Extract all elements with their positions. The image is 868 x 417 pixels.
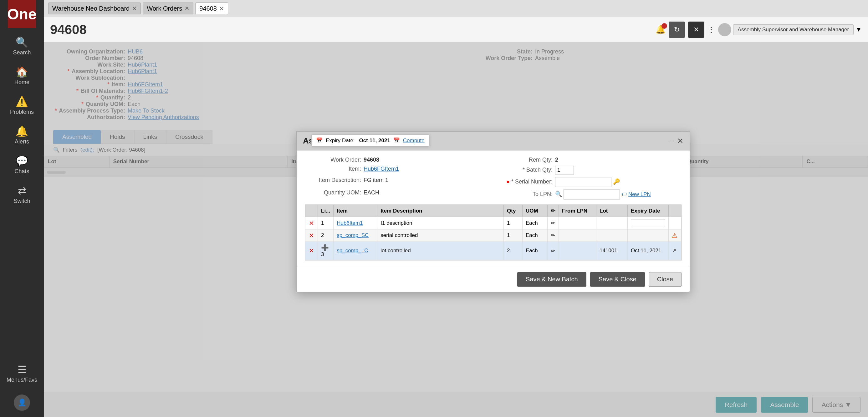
key-icon[interactable]: 🔑 (613, 178, 620, 185)
menu-dots-button[interactable]: ⋮ (708, 25, 715, 34)
app-logo[interactable]: One (8, 0, 36, 28)
sidebar-item-label: Alerts (15, 138, 29, 145)
calendar-icon2[interactable]: 📅 (393, 137, 400, 144)
sidebar-item-switch[interactable]: ⇄ Switch (0, 180, 44, 209)
home-icon: 🏠 (16, 66, 28, 78)
modal-qty-uom-value: EACH (364, 189, 379, 196)
modal-rem-qty-value: 2 (555, 157, 558, 163)
modal-item-desc-value: FG item 1 (364, 177, 388, 183)
modal-rem-qty-label: Rem Qty: (496, 157, 553, 163)
col-header-edit: ✏ (548, 205, 559, 217)
close-page-button[interactable]: ✕ (688, 22, 704, 38)
modal-batch-qty-row: * Batch Qty: (496, 166, 682, 174)
tab-wo94608-label: 94608 (199, 5, 217, 12)
role-dropdown-arrow[interactable]: ▼ (856, 26, 862, 33)
row3-edit[interactable]: ✏ (548, 242, 559, 260)
save-close-button[interactable]: Save & Close (590, 272, 645, 287)
sidebar-item-label: Search (13, 49, 31, 56)
modal-close-footer-button[interactable]: Close (649, 272, 682, 287)
tab-dashboard[interactable]: Warehouse Neo Dashboard ✕ (48, 2, 141, 14)
tab-wo94608-close[interactable]: ✕ (219, 5, 224, 12)
row2-warning: ⚠ (669, 230, 681, 242)
col-header-action2 (669, 205, 681, 217)
batch-qty-input[interactable] (555, 166, 574, 174)
row3-uom: Each (523, 242, 548, 260)
row1-expiry-input[interactable] (631, 219, 665, 227)
modal-lpn-row: To LPN: 🔍 🏷 New LPN (496, 189, 682, 200)
modal-serial-row: ● * Serial Number: 🔑 (496, 177, 682, 187)
search-icon: 🔍 (16, 36, 28, 48)
page-title: 94608 (50, 22, 655, 37)
tab-workorders-close[interactable]: ✕ (185, 5, 189, 12)
expiry-date-tooltip: 📅 Expiry Date: Oct 11, 2021 📅 Compute (311, 134, 429, 147)
switch-icon: ⇄ (18, 185, 26, 197)
notification-icon[interactable]: 🔔 (655, 25, 665, 34)
modal-footer: Save & New Batch Save & Close Close (297, 267, 690, 292)
sidebar-item-search[interactable]: 🔍 Search (0, 31, 44, 61)
row1-delete[interactable]: ✕ (305, 217, 318, 230)
tab-wo94608[interactable]: 94608 ✕ (195, 2, 228, 14)
row1-item[interactable]: Hub6Item1 (334, 217, 377, 230)
sidebar-item-menus[interactable]: ☰ Menus/Favs (0, 358, 44, 388)
modal-controls: − ✕ (670, 137, 683, 145)
row3-external[interactable]: ↗ (669, 242, 681, 260)
modal-batch-qty-label: * Batch Qty: (496, 167, 553, 173)
row1-expiry (628, 217, 669, 230)
row2-delete[interactable]: ✕ (305, 230, 318, 242)
tab-dashboard-label: Warehouse Neo Dashboard (52, 5, 129, 12)
modal-components-table: Li... Item Item Description Qty UOM ✏ Fr… (305, 205, 681, 260)
modal-rem-qty-row: Rem Qty: 2 (496, 157, 682, 163)
to-lpn-input[interactable] (563, 189, 620, 200)
modal-minimize-button[interactable]: − (670, 137, 674, 145)
save-new-batch-button[interactable]: Save & New Batch (517, 272, 586, 287)
user-avatar-small (718, 23, 731, 36)
notification-badge (661, 23, 667, 29)
warning-icon: ⚠️ (16, 96, 28, 108)
row3-lot: 141001 (596, 242, 628, 260)
compute-link[interactable]: Compute (403, 138, 425, 144)
serial-number-input[interactable] (555, 177, 612, 187)
row2-edit[interactable]: ✏ (548, 230, 559, 242)
modal-item-label: Item: (305, 166, 361, 172)
modal-batch-qty-value (555, 166, 574, 174)
table-row: ✕ 1 Hub6Item1 I1 description 1 Each ✏ (305, 217, 681, 230)
row3-delete[interactable]: ✕ (305, 242, 318, 260)
refresh-page-button[interactable]: ↻ (669, 22, 685, 38)
row2-item[interactable]: sp_comp_SC (334, 230, 377, 242)
modal-close-button[interactable]: ✕ (677, 137, 683, 145)
row1-edit[interactable]: ✏ (548, 217, 559, 230)
row1-qty: 1 (504, 217, 523, 230)
user-role-select[interactable]: Assembly Supervisor and Warehouse Manage… (718, 23, 862, 36)
row3-add-icon[interactable]: ➕ (321, 244, 329, 251)
modal-wo-value: 94608 (364, 157, 379, 163)
tab-workorders[interactable]: Work Orders ✕ (143, 2, 193, 14)
user-avatar[interactable]: 👤 (7, 388, 36, 417)
sidebar-item-problems[interactable]: ⚠️ Problems (0, 91, 44, 120)
row3-from-lpn (559, 242, 596, 260)
sidebar-item-chats[interactable]: 💬 Chats (0, 150, 44, 180)
row2-lot (596, 230, 628, 242)
new-lpn-link[interactable]: New LPN (628, 191, 651, 197)
expiry-date-value: Oct 11, 2021 (359, 138, 390, 144)
row2-expiry (628, 230, 669, 242)
lpn-search-icon[interactable]: 🔍 (555, 191, 562, 197)
menus-icon: ☰ (18, 363, 27, 375)
tab-dashboard-close[interactable]: ✕ (132, 5, 137, 12)
sidebar-item-label: Switch (13, 198, 30, 204)
logo-text: One (7, 6, 36, 23)
sidebar-item-alerts[interactable]: 🔔 Alerts (0, 120, 44, 150)
modal-wo-label: Work Order: (305, 157, 361, 163)
sidebar-item-label: Home (14, 79, 29, 85)
row1-from-lpn (559, 217, 596, 230)
modal-item-value[interactable]: Hub6FGItem1 (364, 166, 399, 172)
sidebar-item-home[interactable]: 🏠 Home (0, 61, 44, 91)
row2-desc: serial controlled (377, 230, 504, 242)
col-header-uom: UOM (523, 205, 548, 217)
row3-item[interactable]: sp_comp_LC (334, 242, 377, 260)
assemble-modal: Assemble − ✕ Work Order: 94608 Rem Qty: … (296, 131, 690, 292)
chat-icon: 💬 (16, 155, 28, 167)
modal-serial-value: 🔑 (555, 177, 620, 187)
sidebar-item-label: Problems (10, 109, 34, 115)
modal-info-section: Work Order: 94608 Rem Qty: 2 Item: Hub6F… (305, 157, 682, 200)
row1-uom: Each (523, 217, 548, 230)
